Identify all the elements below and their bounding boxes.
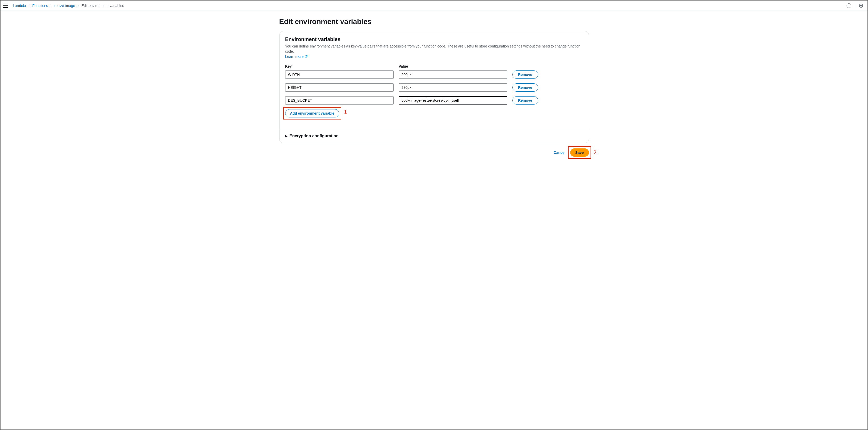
annotation-2: 2 [594, 149, 597, 156]
remove-button[interactable]: Remove [512, 83, 538, 92]
content-container: Edit environment variables Environment v… [279, 16, 589, 419]
remove-button[interactable]: Remove [512, 70, 538, 79]
form-actions: Cancel Save 2 [279, 148, 589, 157]
key-input[interactable] [285, 70, 394, 79]
learn-more-link[interactable]: Learn more [285, 55, 308, 59]
breadcrumb-functions[interactable]: Functions [32, 4, 48, 8]
breadcrumb-current: Edit environment variables [81, 4, 124, 8]
caret-right-icon: ▶ [285, 134, 287, 138]
breadcrumb-function-name[interactable]: resize-image [55, 4, 75, 8]
value-input[interactable] [399, 70, 507, 79]
panel-description: You can define environment variables as … [285, 44, 583, 54]
header-value: Value [399, 64, 507, 68]
hamburger-icon[interactable] [3, 4, 8, 8]
key-input[interactable] [285, 96, 394, 104]
panel-title: Environment variables [285, 36, 583, 42]
kv-header-row: Key Value [285, 64, 583, 68]
breadcrumb: Lambda › Functions › resize-image › Edit… [13, 4, 124, 8]
kv-row: Remove [285, 96, 583, 104]
svg-marker-0 [860, 4, 863, 7]
encryption-config-label: Encryption configuration [289, 134, 339, 139]
cancel-button[interactable]: Cancel [554, 151, 565, 155]
header-key: Key [285, 64, 394, 68]
key-input[interactable] [285, 83, 394, 92]
chevron-right-icon: › [78, 4, 79, 8]
save-button[interactable]: Save [570, 148, 589, 157]
add-env-var-button[interactable]: Add environment variable [285, 109, 339, 117]
external-link-icon [305, 55, 308, 58]
divider [855, 3, 855, 8]
main-content: Edit environment variables Environment v… [1, 11, 867, 429]
kv-row: Remove [285, 83, 583, 92]
top-bar: Lambda › Functions › resize-image › Edit… [1, 1, 867, 11]
chevron-right-icon: › [29, 4, 30, 8]
encryption-config-toggle[interactable]: ▶ Encryption configuration [280, 129, 589, 143]
kv-rows: Remove Remove Remove [285, 70, 583, 104]
annotation-1: 1 [344, 108, 347, 115]
top-bar-left: Lambda › Functions › resize-image › Edit… [3, 4, 124, 8]
value-input[interactable] [399, 96, 507, 104]
breadcrumb-lambda[interactable]: Lambda [13, 4, 26, 8]
chevron-right-icon: › [51, 4, 52, 8]
kv-row: Remove [285, 70, 583, 79]
top-bar-right: i [846, 3, 863, 8]
preferences-icon[interactable] [859, 3, 863, 8]
remove-button[interactable]: Remove [512, 96, 538, 104]
page-title: Edit environment variables [279, 18, 589, 26]
value-input[interactable] [399, 83, 507, 92]
info-icon[interactable]: i [846, 3, 851, 8]
learn-more-label: Learn more [285, 55, 304, 59]
svg-point-1 [861, 5, 862, 6]
env-vars-panel: Environment variables You can define env… [279, 31, 589, 143]
